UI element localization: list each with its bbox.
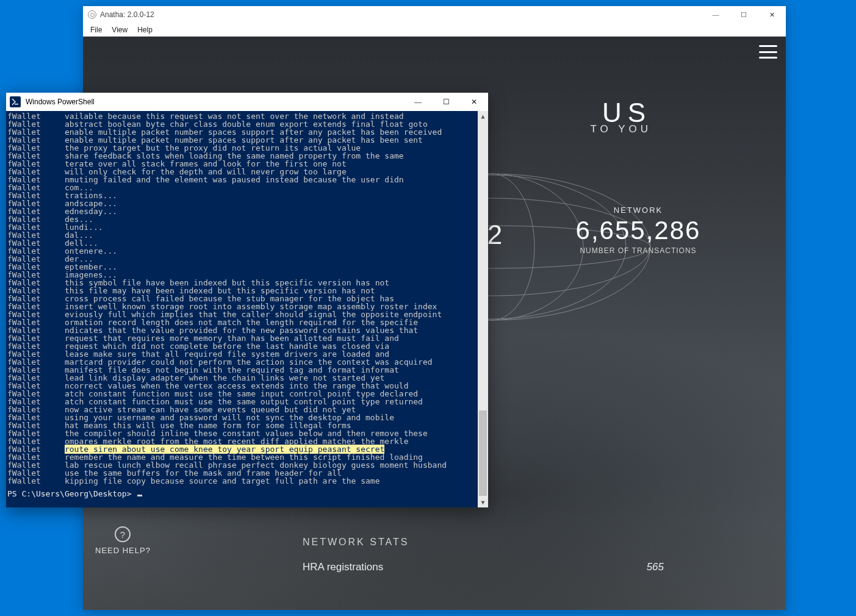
hero-subtitle-fragment: TO YOU bbox=[590, 123, 652, 135]
anatha-titlebar[interactable]: Anatha: 2.0.0-12 — ☐ ✕ bbox=[83, 6, 786, 23]
network-stats-row: HRA registrations 565 bbox=[303, 561, 664, 573]
stat-network-value: 6,655,286 bbox=[547, 216, 730, 245]
minimize-button[interactable]: — bbox=[404, 93, 432, 111]
network-stats-header: NETWORK STATS bbox=[303, 537, 664, 548]
scrollbar[interactable]: ▲ ▼ bbox=[478, 111, 488, 507]
scrollbar-thumb[interactable] bbox=[479, 410, 487, 496]
maximize-button[interactable]: ☐ bbox=[730, 6, 758, 23]
powershell-window: Windows PowerShell — ☐ ✕ fWallet vailabl… bbox=[6, 93, 488, 507]
anatha-logo-icon bbox=[88, 10, 96, 19]
stat-network-label: NETWORK bbox=[547, 206, 730, 215]
need-help-label: NEED HELP? bbox=[95, 546, 151, 555]
terminal-line: fWallet kipping file copy because source… bbox=[7, 477, 486, 485]
menu-view[interactable]: View bbox=[108, 24, 131, 35]
hamburger-menu-icon[interactable] bbox=[759, 45, 777, 59]
cursor-icon bbox=[137, 495, 142, 496]
menu-file[interactable]: File bbox=[87, 24, 106, 35]
close-button[interactable]: ✕ bbox=[460, 93, 488, 111]
powershell-terminal[interactable]: fWallet vailable because this request wa… bbox=[6, 111, 488, 507]
maximize-button[interactable]: ☐ bbox=[432, 93, 460, 111]
powershell-prompt: PS C:\Users\Georg\Desktop> bbox=[7, 489, 132, 498]
scroll-down-arrow-icon[interactable]: ▼ bbox=[478, 497, 488, 507]
network-stats-row-value: 565 bbox=[647, 561, 664, 573]
question-icon: ? bbox=[115, 526, 131, 542]
anatha-menubar: File View Help bbox=[83, 23, 786, 37]
powershell-titlebar[interactable]: Windows PowerShell — ☐ ✕ bbox=[6, 93, 488, 111]
menu-help[interactable]: Help bbox=[134, 24, 156, 35]
minimize-button[interactable]: — bbox=[702, 6, 730, 23]
powershell-window-title: Windows PowerShell bbox=[26, 98, 95, 106]
network-stats-section: NETWORK STATS HRA registrations 565 bbox=[303, 537, 664, 573]
stat-network: NETWORK 6,655,286 NUMBER OF TRANSACTIONS bbox=[547, 206, 730, 255]
stat-network-sublabel: NUMBER OF TRANSACTIONS bbox=[547, 246, 730, 255]
powershell-icon bbox=[10, 96, 21, 107]
svg-rect-6 bbox=[15, 104, 18, 104]
need-help[interactable]: ? NEED HELP? bbox=[95, 526, 151, 555]
anatha-window-title: Anatha: 2.0.0-12 bbox=[100, 10, 154, 19]
close-button[interactable]: ✕ bbox=[758, 6, 786, 23]
scroll-up-arrow-icon[interactable]: ▲ bbox=[478, 111, 488, 121]
network-stats-row-label: HRA registrations bbox=[303, 561, 383, 573]
